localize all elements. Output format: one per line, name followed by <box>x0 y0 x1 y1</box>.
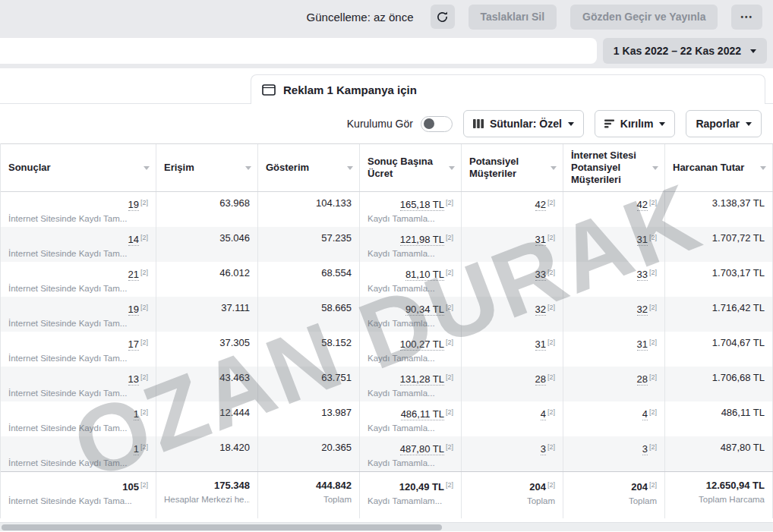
horizontal-scrollbar[interactable] <box>0 522 773 531</box>
cost-cell: 487,80 TL[2] Kaydı Tamamla... <box>360 436 462 471</box>
cost-cell: 165,18 TL[2] Kaydı Tamamla... <box>360 192 462 227</box>
table-row[interactable]: 1[2] İnternet Sitesinde Kaydı Tam... 18.… <box>1 436 773 471</box>
reach-value: 35.046 <box>164 231 250 244</box>
total-impressions-subtitle: Toplam <box>266 494 352 505</box>
impressions-value: 104.133 <box>266 197 352 209</box>
spent-value: 3.138,37 TL <box>673 197 765 209</box>
reach-value: 18.420 <box>164 441 250 454</box>
leads-value: 3[2] <box>469 441 555 455</box>
reach-value: 37.305 <box>164 336 250 349</box>
footnote-marker: [2] <box>547 338 555 346</box>
scrollbar-thumb[interactable] <box>2 524 442 530</box>
leads-cell: 33[2] <box>462 262 563 297</box>
cost-cell: 131,28 TL[2] Kaydı Tamamla... <box>360 367 462 401</box>
columns-icon <box>473 119 484 128</box>
table-row[interactable]: 19[2] İnternet Sitesinde Kaydı Tam... 37… <box>1 297 773 332</box>
spent-cell: 1.707,72 TL <box>665 227 773 262</box>
ads-tab-icon <box>262 84 276 96</box>
column-header-label: Gösterim <box>266 162 309 174</box>
view-setup-toggle[interactable] <box>421 116 453 132</box>
column-header-reach[interactable]: Erişim <box>156 144 258 191</box>
total-cost-value: 120,49 TL[2] <box>368 479 453 493</box>
leads-cell: 31[2] <box>462 227 563 262</box>
impressions-cell: 58.665 <box>258 297 360 332</box>
search-input[interactable] <box>0 38 597 64</box>
table-row[interactable]: 17[2] İnternet Sitesinde Kaydı Tam... 37… <box>1 332 773 367</box>
spent-value: 1.706,68 TL <box>673 371 765 384</box>
cost-cell: 121,98 TL[2] Kaydı Tamamla... <box>360 227 462 262</box>
leads-value: 31[2] <box>469 336 555 351</box>
column-header-cost-per-result[interactable]: Sonuç Başına Ücret <box>360 144 462 191</box>
spent-value: 487,80 TL <box>673 441 765 454</box>
impressions-cell: 13.987 <box>258 401 360 436</box>
table-row[interactable]: 1[2] İnternet Sitesinde Kaydı Tam... 12.… <box>1 401 773 436</box>
results-subtitle: İnternet Sitesinde Kaydı Tam... <box>8 353 148 364</box>
website-leads-value: 31[2] <box>571 336 657 351</box>
website-leads-value: 42[2] <box>571 197 657 211</box>
table-row[interactable]: 14[2] İnternet Sitesinde Kaydı Tam... 35… <box>1 227 773 262</box>
more-options-button[interactable]: ••• <box>731 5 762 30</box>
results-cell: 13[2] İnternet Sitesinde Kaydı Tam... <box>1 367 156 401</box>
total-website-leads-subtitle: Toplam <box>571 496 657 507</box>
spent-cell: 487,80 TL <box>665 436 773 471</box>
discard-drafts-button[interactable]: Taslakları Sil <box>469 5 557 30</box>
leads-cell: 3[2] <box>462 436 563 471</box>
results-subtitle: İnternet Sitesinde Kaydı Tam... <box>8 423 148 434</box>
table-header: Sonuçlar Erişim Gösterim Sonuç Başına Üc… <box>1 143 773 192</box>
footnote-marker: [2] <box>547 443 555 451</box>
reach-cell: 46.012 <box>156 262 258 297</box>
date-range-button[interactable]: 1 Kas 2022 – 22 Kas 2022 <box>603 38 767 64</box>
impressions-cell: 58.152 <box>258 332 360 367</box>
columns-button[interactable]: Sütunlar: Özel <box>463 110 584 137</box>
spent-value: 1.707,72 TL <box>673 231 765 244</box>
column-header-leads[interactable]: Potansiyel Müşteriler <box>462 144 563 191</box>
footnote-marker: [2] <box>649 373 657 381</box>
reports-button[interactable]: Raporlar <box>686 110 762 137</box>
spent-cell: 1.703,17 TL <box>665 262 773 297</box>
column-header-website-leads[interactable]: İnternet Sitesi Potansiyel Müşterileri <box>563 144 665 191</box>
cost-value: 90,34 TL[2] <box>368 301 453 316</box>
cost-value: 165,18 TL[2] <box>368 197 453 211</box>
table-row[interactable]: 19[2] İnternet Sitesinde Kaydı Tam... 63… <box>1 192 773 227</box>
table-row[interactable]: 21[2] İnternet Sitesinde Kaydı Tam... 46… <box>1 262 773 297</box>
cost-value: 486,11 TL[2] <box>368 406 453 420</box>
reports-button-label: Raporlar <box>696 118 740 130</box>
impressions-cell: 63.751 <box>258 367 360 401</box>
column-header-label: Erişim <box>164 162 194 174</box>
cost-subtitle: Kaydı Tamamla... <box>368 353 453 364</box>
website-leads-value: 33[2] <box>571 266 657 281</box>
review-publish-button[interactable]: Gözden Geçir ve Yayınla <box>570 5 718 30</box>
footnote-marker: [2] <box>140 481 148 489</box>
spent-cell: 1.706,68 TL <box>665 367 773 401</box>
content-area: Reklam 1 Kampanya için Kurulumu Gör Sütu… <box>0 74 773 531</box>
leads-value: 42[2] <box>469 197 555 211</box>
impressions-value: 58.665 <box>266 301 352 314</box>
total-spent-subtitle: Toplam Harcama <box>673 494 765 505</box>
footnote-marker: [2] <box>649 269 657 276</box>
website-leads-cell: 31[2] <box>563 227 665 262</box>
breakdown-button[interactable]: Kırılım <box>595 110 676 137</box>
toggle-knob <box>424 118 434 129</box>
refresh-button[interactable] <box>431 5 455 29</box>
column-header-impressions[interactable]: Gösterim <box>258 144 360 191</box>
results-cell: 19[2] İnternet Sitesinde Kaydı Tam... <box>1 192 156 227</box>
results-cell: 14[2] İnternet Sitesinde Kaydı Tam... <box>1 227 156 262</box>
sort-icon <box>449 166 455 170</box>
cost-subtitle: Kaydı Tamamla... <box>368 213 453 225</box>
sort-icon <box>551 166 557 170</box>
tab-ads-for-campaign[interactable]: Reklam 1 Kampanya için <box>251 74 765 104</box>
reach-value: 37.111 <box>164 301 250 314</box>
column-header-results[interactable]: Sonuçlar <box>1 144 156 191</box>
spent-value: 1.716,42 TL <box>673 301 765 314</box>
column-header-amount-spent[interactable]: Harcanan Tutar <box>665 144 773 191</box>
chevron-down-icon <box>750 49 756 53</box>
website-leads-cell: 42[2] <box>563 192 665 227</box>
table-row[interactable]: 13[2] İnternet Sitesinde Kaydı Tam... 43… <box>1 367 773 401</box>
total-website-leads-cell: 204[2] Toplam <box>563 472 665 518</box>
footnote-marker: [2] <box>446 338 453 346</box>
footnote-marker: [2] <box>446 269 453 276</box>
footnote-marker: [2] <box>649 234 657 241</box>
footnote-marker: [2] <box>649 481 657 489</box>
column-header-label: Potansiyel Müşteriler <box>469 156 547 180</box>
leads-value: 31[2] <box>469 231 555 246</box>
